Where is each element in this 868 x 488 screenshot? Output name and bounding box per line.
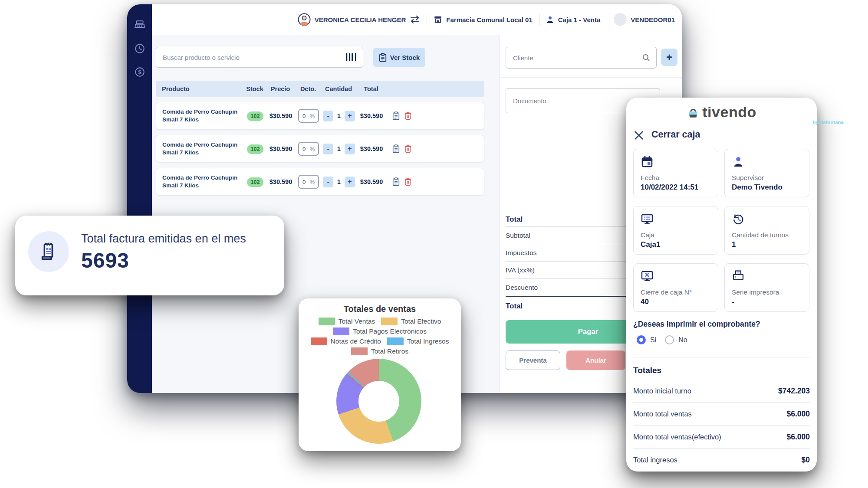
svg-text:$: $ — [138, 69, 141, 75]
header-cantidad: Cantidad — [325, 85, 352, 92]
legend-swatch — [387, 337, 404, 345]
trash-icon[interactable] — [404, 177, 411, 186]
legend-swatch — [333, 328, 349, 335]
panel-title: Cerrar caja — [651, 129, 700, 140]
legend-item[interactable]: Total Ventas — [319, 318, 375, 325]
discount-input[interactable]: 0% — [298, 109, 319, 123]
switch-user-icon[interactable] — [410, 15, 420, 24]
current-user-chip[interactable]: VERONICA CECILIA HENGER — [298, 13, 421, 26]
trash-icon[interactable] — [404, 111, 411, 120]
ver-stock-label: Ver Stock — [390, 54, 420, 61]
stock-badge: 102 — [247, 144, 264, 154]
legend-item[interactable]: Total Retiros — [351, 347, 408, 355]
store-name: Farmacia Comunal Local 01 — [446, 16, 532, 23]
shopping-bag-icon — [687, 106, 700, 119]
decrease-qty-button[interactable]: - — [323, 111, 333, 121]
info-card-turnos: Cantidad de turnos 1 — [724, 206, 809, 255]
product-search-input[interactable] — [162, 53, 346, 62]
register-chip[interactable]: Caja 1 - Venta — [546, 16, 601, 24]
decrease-qty-button[interactable]: - — [323, 177, 333, 187]
info-label: Serie impresora — [732, 288, 802, 296]
discount-input[interactable]: 0% — [298, 175, 319, 189]
donut-hole — [358, 381, 399, 422]
quantity-value: 1 — [337, 178, 341, 185]
quantity-value: 1 — [337, 112, 341, 119]
table-header: Producto Stock Precio Dcto. Cantidad Tot… — [156, 81, 484, 97]
client-search[interactable] — [506, 47, 657, 69]
clipboard-icon — [379, 53, 387, 62]
radio-option-no[interactable]: No — [665, 335, 687, 344]
sidebar: $ — [127, 4, 152, 393]
product-price: $30.590 — [270, 178, 292, 185]
printer-icon — [732, 270, 745, 283]
quantity-value: 1 — [337, 145, 341, 152]
increase-qty-button[interactable]: + — [345, 177, 355, 187]
legend-item[interactable]: Total Ingresos — [387, 337, 449, 345]
sales-chart-card: Totales de ventas Total Ventas Total Efe… — [299, 298, 461, 451]
product-search[interactable] — [156, 47, 363, 68]
clock-icon[interactable] — [134, 43, 146, 55]
radio-unselected-icon[interactable] — [665, 335, 674, 344]
print-options: Si No — [637, 335, 687, 344]
trash-icon[interactable] — [404, 144, 411, 153]
increase-qty-button[interactable]: + — [345, 144, 355, 154]
vendor-name: VENDEDOR01 — [631, 16, 675, 23]
info-label: Supervisor — [732, 174, 802, 182]
panel-divider — [499, 77, 682, 78]
add-client-button[interactable]: + — [661, 49, 677, 66]
radio-option-si[interactable]: Si — [637, 335, 656, 344]
client-search-input[interactable] — [512, 54, 642, 62]
info-value: 40 — [641, 298, 711, 306]
info-card-supervisor: Supervisor Demo Tivendo — [724, 149, 809, 197]
preventa-button[interactable]: Preventa — [506, 350, 560, 370]
ver-stock-button[interactable]: Ver Stock — [373, 48, 425, 67]
note-icon[interactable] — [392, 111, 400, 120]
decrease-qty-button[interactable]: - — [323, 144, 333, 154]
stock-badge: 102 — [247, 177, 264, 187]
topbar-divider — [539, 14, 539, 25]
info-value: 10/02/2022 14:51 — [641, 183, 711, 192]
product-price: $30.590 — [270, 145, 292, 152]
receipt-icon — [38, 241, 59, 262]
info-value: 1 — [732, 240, 802, 249]
vendor-chip[interactable]: VENDEDOR01 — [614, 13, 675, 26]
note-icon[interactable] — [392, 177, 400, 186]
radio-selected-icon[interactable] — [637, 335, 646, 344]
info-grid: Fecha 10/02/2022 14:51 Supervisor Demo T… — [633, 149, 809, 312]
vendor-avatar — [614, 13, 627, 26]
legend-item[interactable]: Total Efectivo — [381, 318, 441, 325]
increase-qty-button[interactable]: + — [345, 111, 355, 121]
register-screen-icon — [641, 213, 654, 226]
info-card-impresora: Serie impresora - — [724, 263, 809, 312]
calendar-icon — [641, 155, 654, 168]
legend-item[interactable]: Total Pagos Electrónicos — [333, 328, 427, 335]
product-name: Comida de Perro Cachupin Small 7 Kilos — [156, 108, 243, 123]
info-card-caja: Caja Caja1 — [633, 206, 718, 255]
store-chip[interactable]: Farmacia Comunal Local 01 — [434, 15, 532, 24]
discount-input[interactable]: 0% — [298, 142, 319, 156]
product-name: Comida de Perro Cachupin Small 7 Kilos — [156, 141, 243, 156]
note-icon[interactable] — [392, 144, 400, 153]
total-row: Monto inicial turno $742.203 — [633, 380, 810, 403]
total-row: Total ingresos $0 — [633, 449, 810, 471]
donut-chart — [336, 359, 421, 444]
close-icon[interactable] — [634, 131, 644, 141]
topbar: VERONICA CECILIA HENGER Farmacia Comunal… — [152, 4, 682, 35]
dollar-icon[interactable]: $ — [134, 66, 146, 78]
legend-swatch — [381, 318, 398, 325]
anular-button[interactable]: Anular — [566, 350, 625, 370]
legend-swatch — [319, 318, 335, 325]
info-label: Fecha — [641, 174, 711, 182]
product-name: Comida de Perro Cachupin Small 7 Kilos — [156, 174, 243, 189]
header-precio: Precio — [271, 85, 290, 92]
tivendo-logo: tivendo by defontana — [626, 105, 817, 125]
totals-list: Monto inicial turno $742.203 Monto total… — [633, 380, 810, 471]
cerrar-caja-panel: tivendo by defontana Cerrar caja Fecha 1… — [626, 98, 817, 472]
legend-item[interactable]: Notas de Crédito — [311, 337, 381, 345]
totals-title: Totales — [633, 366, 661, 375]
header-total: Total — [364, 85, 378, 92]
cash-register-icon[interactable] — [134, 19, 146, 31]
topbar-divider — [607, 14, 607, 25]
info-label: Cantidad de turnos — [732, 231, 802, 239]
table-row: Comida de Perro Cachupin Small 7 Kilos 1… — [156, 168, 484, 196]
